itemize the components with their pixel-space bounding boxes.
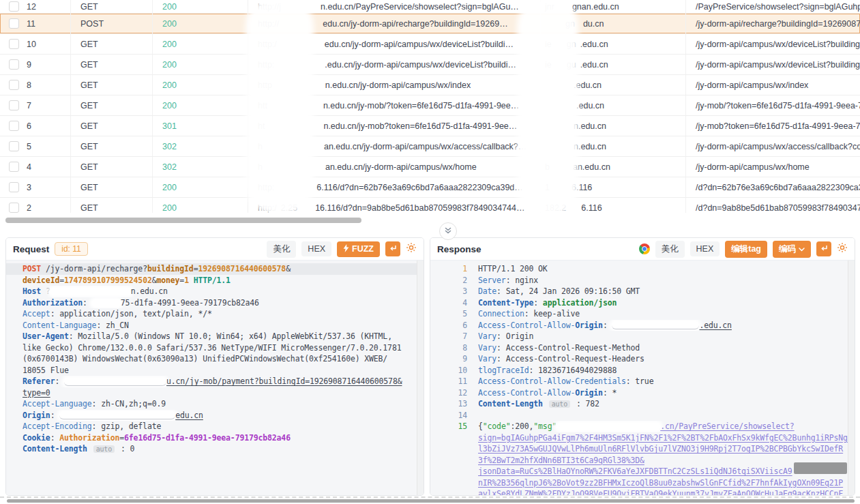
response-settings-button[interactable] — [837, 242, 848, 256]
row-id-cell: 5 — [0, 136, 71, 156]
response-vertical-scrollbar[interactable] — [848, 261, 855, 495]
fuzz-button[interactable]: FUZZ — [337, 241, 380, 257]
cell-text-fragment: n.edu.cn/PayPreService/showselect?sign=b… — [321, 2, 519, 12]
line-number: 8 — [430, 342, 473, 354]
cell-text-fragment: n.edu.cn — [574, 121, 606, 131]
beautify-button[interactable]: 美化 — [267, 241, 296, 258]
lightning-icon — [343, 244, 349, 254]
send-enter-button[interactable] — [816, 241, 831, 256]
bottom-scrollbar[interactable] — [7, 499, 855, 503]
table-row[interactable]: 12GET200http://jn.edu.cn/PayPreService/s… — [0, 0, 860, 14]
table-row[interactable]: 7GET200httn.edu.cn/jy-mob/?token=6fe16d7… — [0, 95, 860, 116]
code-segment: : — [83, 298, 92, 308]
row-method: GET — [71, 157, 153, 177]
response-editor[interactable]: 1HTTP/1.1 200 OK2Server: nginx3Date: Sat… — [430, 261, 848, 495]
row-status: 200 — [162, 40, 177, 49]
code-segment: { — [478, 421, 483, 431]
redaction-blob-host — [517, 0, 578, 213]
code-segment: : true — [626, 376, 654, 386]
code-segment: Content-Language — [23, 321, 96, 330]
code-segment[interactable]: u.cn/jy-mob/payment?buildingId=192690871… — [166, 376, 402, 386]
code-segment: : nginx — [506, 276, 538, 285]
code-line: 13Content-Length auto : 782 — [430, 398, 848, 410]
row-method: GET — [71, 55, 153, 74]
row-checkbox[interactable] — [9, 162, 19, 172]
code-segment: n.edu.cn — [131, 286, 168, 296]
code-segment: : — [55, 376, 64, 386]
table-row[interactable]: 9GET200http:.edu.cn/jy-dorm-api/campus/w… — [0, 55, 860, 75]
code-segment[interactable]: sign=bgIAGuhpPGa4iFgm7%2F4HM3Sm5K1jFN%2F… — [478, 433, 848, 443]
row-checkbox[interactable] — [9, 100, 19, 110]
table-row[interactable]: 8GET200httpn.edu.cn/jy-dorm-api/campus/w… — [0, 75, 860, 95]
code-segment: Server — [478, 276, 506, 285]
redacted-text — [64, 378, 166, 386]
row-status: 200 — [162, 101, 177, 110]
row-checkbox[interactable] — [9, 121, 19, 131]
code-segment[interactable]: edu.cn — [175, 411, 203, 420]
request-vertical-scrollbar[interactable] — [417, 261, 424, 495]
request-editor[interactable]: POST /jy-dorm-api/recharge?buildingId=19… — [6, 261, 417, 495]
code-segment[interactable]: jsonData=RuCs%2BlHaOYnoRW%2FKV6aYeJXFDBT… — [478, 466, 792, 476]
row-checkbox[interactable] — [9, 141, 19, 151]
code-segment[interactable]: 3f%2BwT2m2hfXdNn6BTI3t6Ca9qRGl38%3D& — [478, 456, 644, 465]
row-path: /PayPreService/showselect?sign=bglAGuhpP… — [686, 0, 860, 13]
line-number — [430, 466, 473, 477]
code-segment: : Mozilla/5.0 (Windows NT 10.0; Win64; x… — [69, 331, 392, 341]
code-segment: Accept — [23, 309, 50, 318]
watermark-overlay — [794, 462, 847, 474]
row-method: GET — [71, 34, 153, 54]
table-row[interactable]: 4GET302han.edu.cn/jy-dorm-api/campus/wx/… — [0, 157, 860, 177]
code-line-content: sign=bgIAGuhpPGa4iFgm7%2F4HM3Sm5K1jFN%2F… — [473, 432, 848, 444]
redacted-text — [557, 423, 660, 430]
code-segment[interactable]: aylxSe8YdLZNmW%2FDYzJoO98VeFU9QviFBTVaO9… — [478, 489, 843, 495]
table-row[interactable]: 10GET200http:/edu.cn/jy-dorm-api/campus/… — [0, 34, 860, 55]
code-segment: /jy-dorm-api/recharge? — [41, 264, 147, 273]
row-path: /jy-dorm-api/recharge?buildingId=1926908… — [686, 14, 860, 33]
code-segment[interactable]: .edu.cn — [699, 321, 731, 330]
table-row[interactable]: 5GET302han.edu.cn/jy-dorm-api/campus/wx/… — [0, 136, 860, 157]
code-segment: : * — [603, 388, 617, 398]
code-segment: 1926908716440600578 — [198, 264, 286, 273]
send-enter-button[interactable] — [385, 241, 400, 256]
row-checkbox[interactable] — [9, 203, 19, 213]
beautify-button[interactable]: 美化 — [655, 241, 685, 258]
table-row[interactable]: 3GET200http:6.116/d?dn=62b76e3a69c6bd7a6… — [0, 177, 860, 198]
code-line: Origin: edu.cn — [23, 410, 413, 421]
collapse-panel-button[interactable] — [439, 222, 457, 240]
table-row[interactable]: 6GET301htn.edu.cn/jy-mob?token=6fe16d75-… — [0, 116, 860, 136]
redacted-text — [612, 321, 699, 329]
line-number: 10 — [430, 365, 473, 376]
code-segment: : — [603, 321, 612, 330]
code-line: Content-Language: zh_CN — [23, 320, 413, 331]
table-row[interactable]: 11POST200http://edu.cn/jy-dorm-api/recha… — [0, 14, 860, 34]
code-line: 8Vary: Access-Control-Request-Method — [430, 342, 848, 354]
encode-button[interactable]: 编码 — [773, 241, 811, 258]
row-checkbox[interactable] — [9, 182, 19, 192]
request-settings-button[interactable] — [406, 242, 417, 256]
row-checkbox[interactable] — [9, 80, 19, 90]
code-segment[interactable]: l3bZiJVz73A5wGUJQVwLlPh6muUln6RFlVlvbGju… — [478, 444, 843, 454]
cell-text-fragment: an.edu.cn/jy-dorm-api/campus/wx/access/c… — [324, 142, 527, 151]
code-segment[interactable]: .cn/PayPreService/showselect? — [660, 421, 794, 431]
row-method: GET — [71, 0, 153, 13]
row-id: 12 — [27, 2, 36, 12]
row-checkbox[interactable] — [9, 18, 19, 29]
code-segment[interactable]: type=0 — [23, 388, 50, 398]
row-checkbox[interactable] — [9, 59, 19, 70]
code-segment: Authorization — [59, 433, 119, 443]
row-method: POST — [71, 14, 153, 33]
horizontal-scrollbar[interactable] — [5, 218, 361, 223]
code-segment: buildingId — [147, 264, 194, 273]
response-panel-title: Response — [437, 244, 481, 254]
edit-tag-button[interactable]: 编辑tag — [725, 241, 767, 258]
code-segment[interactable]: nIR%2B356qlnpJ6%2BoVot9zz2BFHMxIczoQlB8u… — [478, 478, 843, 488]
row-checkbox[interactable] — [9, 39, 19, 49]
code-segment: 18055 Flue — [23, 366, 69, 375]
row-checkbox[interactable] — [9, 1, 19, 12]
table-row[interactable]: 2GET200http:/2.2516.116/d?dn=9ab8be5d61b… — [0, 198, 860, 213]
hex-button[interactable]: HEX — [690, 241, 720, 256]
hex-button[interactable]: HEX — [301, 241, 331, 256]
code-segment: Origin — [23, 411, 50, 420]
code-segment: Vary — [478, 343, 496, 353]
code-segment: : 0 — [116, 444, 134, 454]
